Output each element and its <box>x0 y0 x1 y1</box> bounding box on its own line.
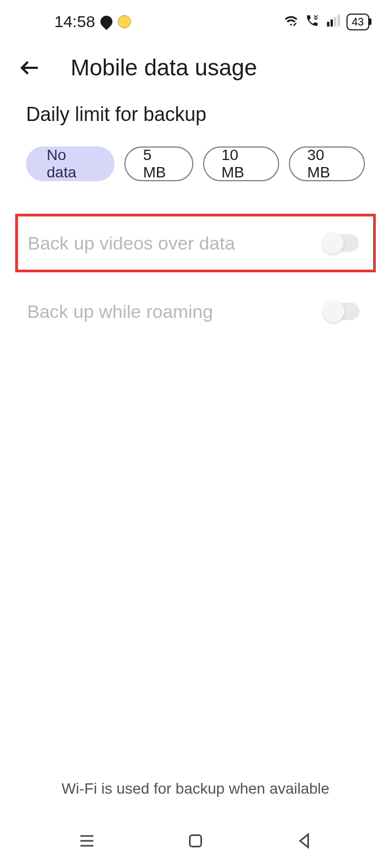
app-header: Mobile data usage <box>0 38 391 103</box>
svg-rect-7 <box>190 835 201 847</box>
chip-no-data[interactable]: No data <box>26 146 115 181</box>
chip-10mb[interactable]: 10 MB <box>203 146 279 181</box>
chip-5mb[interactable]: 5 MB <box>124 146 193 181</box>
status-right: 43 <box>283 13 369 30</box>
battery-indicator: 43 <box>346 14 369 30</box>
section-title: Daily limit for backup <box>26 103 365 126</box>
status-time: 14:58 <box>54 12 95 31</box>
setting-label: Back up while roaming <box>27 301 213 322</box>
svg-rect-0 <box>327 22 329 27</box>
back-button[interactable] <box>16 54 43 81</box>
content: Daily limit for backup No data 5 MB 10 M… <box>0 103 391 341</box>
toggle-backup-roaming[interactable] <box>324 303 360 320</box>
toggle-knob-icon <box>322 232 344 254</box>
svg-rect-2 <box>334 17 336 27</box>
toggle-knob-icon <box>323 301 344 322</box>
nav-bar <box>0 814 391 868</box>
notification-dot-icon <box>98 13 115 30</box>
chip-30mb[interactable]: 30 MB <box>289 146 365 181</box>
wifi-calling-icon <box>305 14 319 30</box>
cell-signal-icon <box>326 14 340 30</box>
page-title: Mobile data usage <box>71 55 257 81</box>
chip-row: No data 5 MB 10 MB 30 MB <box>26 146 365 181</box>
setting-backup-while-roaming[interactable]: Back up while roaming <box>26 282 365 341</box>
toggle-backup-videos[interactable] <box>323 234 359 252</box>
nav-recents-button[interactable] <box>73 827 100 854</box>
nav-home-button[interactable] <box>182 827 209 854</box>
setting-backup-videos-over-data[interactable]: Back up videos over data <box>15 214 376 272</box>
svg-rect-3 <box>337 15 339 27</box>
svg-rect-1 <box>330 20 332 27</box>
status-left: 14:58 <box>54 12 131 31</box>
emoji-icon <box>118 15 131 28</box>
battery-level: 43 <box>352 16 364 28</box>
nav-back-button[interactable] <box>291 827 318 854</box>
status-bar: 14:58 43 <box>0 0 391 38</box>
wifi-icon <box>283 13 299 30</box>
footer-text: Wi-Fi is used for backup when available <box>0 780 391 797</box>
setting-label: Back up videos over data <box>28 233 235 254</box>
